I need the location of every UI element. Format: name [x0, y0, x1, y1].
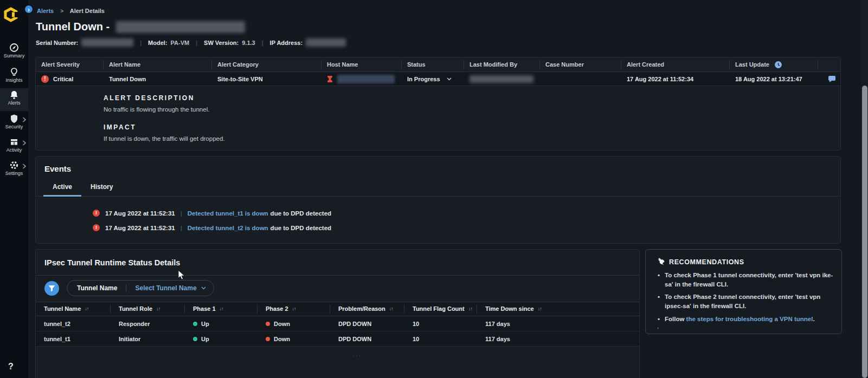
- recommendations-title: RECOMMENDATIONS: [669, 258, 744, 266]
- sidebar-item-label: Activity: [0, 147, 28, 153]
- redacted-host-name: [337, 75, 395, 83]
- filter-button[interactable]: [44, 281, 59, 296]
- tunnel-row[interactable]: tunnel_t2 Responder Up Down DPD DOWN 10 …: [36, 316, 639, 331]
- tunnel-table-header: Tunnel Name↓↑ Tunnel Role↓↑ Phase 1↓↑ Ph…: [36, 302, 639, 316]
- help-button[interactable]: ?: [8, 362, 14, 372]
- redacted-ip-address: [306, 38, 346, 47]
- sidebar: Summary Insights Alerts Security: [0, 0, 28, 378]
- filter-selected-value: Select Tunnel Name: [135, 284, 196, 292]
- tunnel-role-cell: Responder: [111, 321, 185, 327]
- alert-description-text: No traffic is flowing through the tunnel…: [104, 106, 209, 113]
- events-panel: Events Active History ! 17 Aug 2022 at 1…: [35, 156, 841, 244]
- sidebar-item-security[interactable]: Security: [0, 112, 28, 135]
- col-time-down-since[interactable]: Time Down since↓↑: [477, 304, 639, 314]
- col-tunnel-role[interactable]: Tunnel Role↓↑: [111, 304, 185, 314]
- sort-icon[interactable]: ↓↑: [292, 304, 296, 314]
- col-tunnel-name[interactable]: Tunnel Name↓↑: [36, 304, 111, 314]
- sort-icon[interactable]: ↓↑: [85, 304, 88, 314]
- lightbulb-icon: [9, 67, 19, 77]
- critical-icon: !: [41, 75, 49, 83]
- clock-icon[interactable]: [775, 61, 782, 68]
- impact-block: IMPACT If tunnel is down, the traffic wi…: [104, 123, 225, 142]
- breadcrumb-alerts-link[interactable]: Alerts: [37, 8, 54, 14]
- sort-icon[interactable]: ↓↑: [389, 304, 393, 314]
- col-phase-2[interactable]: Phase 2↓↑: [258, 304, 330, 314]
- tab-history[interactable]: History: [81, 180, 122, 196]
- tab-active[interactable]: Active: [43, 180, 81, 196]
- sidebar-item-settings[interactable]: Settings: [0, 159, 28, 181]
- sidebar-item-activity[interactable]: Activity: [0, 135, 28, 158]
- tunnel-row[interactable]: tunnel_t1 Initiator Up Down DPD DOWN 10 …: [36, 331, 639, 347]
- tunnel-filter-row: Tunnel Name Select Tunnel Name: [44, 280, 214, 296]
- event-link[interactable]: Detected tunnel_t1 is down: [188, 210, 268, 217]
- tunnel-role-cell: Initiator: [111, 336, 185, 342]
- sidebar-item-summary[interactable]: Summary: [0, 41, 28, 64]
- col-problem-reason[interactable]: Problem/Reason↓↑: [330, 304, 404, 314]
- col-host-name: Host Name: [322, 60, 402, 69]
- event-separator: |: [181, 225, 182, 231]
- flag-count-cell: 10: [404, 321, 477, 327]
- sort-icon[interactable]: ↓↑: [220, 304, 223, 314]
- event-time: 17 Aug 2022 at 11:52:31: [105, 210, 175, 217]
- event-row: ! 17 Aug 2022 at 11:52:31 | Detected tun…: [93, 224, 331, 231]
- col-status: Status: [402, 60, 464, 69]
- tunnel-name-cell: tunnel_t1: [36, 336, 111, 342]
- event-row: ! 17 Aug 2022 at 11:52:31 | Detected tun…: [93, 210, 331, 217]
- actions-cell: [818, 75, 840, 83]
- events-tabs: Active History: [36, 180, 840, 197]
- troubleshooting-link[interactable]: the steps for troubleshooting a VPN tunn…: [686, 316, 813, 322]
- problem-reason-cell: DPD DOWN: [330, 336, 404, 342]
- breadcrumb: Alerts > Alert Details: [37, 8, 105, 14]
- flag-count-cell: 10: [404, 336, 477, 342]
- shield-icon: [9, 114, 19, 123]
- phase2-value: Down: [274, 321, 290, 327]
- impact-heading: IMPACT: [104, 123, 225, 131]
- recommendations-header: RECOMMENDATIONS: [646, 250, 841, 266]
- chevron-down-icon[interactable]: [447, 77, 452, 81]
- status-cell[interactable]: In Progress: [402, 76, 464, 82]
- alert-description-block: ALERT DESCRIPTION No traffic is flowing …: [104, 94, 209, 113]
- sidebar-item-label: Insights: [0, 77, 28, 83]
- event-text: due to DPD detected: [271, 225, 331, 231]
- chevron-down-icon: [201, 286, 206, 290]
- col-case-number: Case Number: [540, 60, 621, 69]
- serial-number-label: Serial Number:: [36, 40, 78, 46]
- comment-icon[interactable]: [828, 75, 836, 83]
- col-label: Tunnel Role: [119, 304, 152, 314]
- chevron-right-icon: [22, 117, 27, 122]
- alert-row[interactable]: ! Critical Tunnel Down Site-to-Site VPN …: [36, 72, 840, 86]
- recommendation-text: Follow: [665, 316, 686, 322]
- event-link[interactable]: Detected tunnel_t2 is down: [188, 225, 268, 231]
- sidebar-item-insights[interactable]: Insights: [0, 66, 28, 88]
- col-label: Time Down since: [485, 304, 534, 314]
- sidebar-expand-button[interactable]: ›: [24, 4, 34, 14]
- sort-icon[interactable]: ↓↑: [468, 304, 472, 314]
- chevron-right-icon: [22, 164, 27, 169]
- col-last-update-label: Last Update: [735, 60, 769, 69]
- sort-icon[interactable]: ↓↑: [538, 304, 542, 314]
- phase1-cell: Up: [185, 321, 258, 327]
- col-tunnel-flag-count[interactable]: Tunnel Flag Count↓↑: [404, 304, 477, 314]
- sidebar-item-alerts[interactable]: Alerts: [0, 88, 28, 111]
- col-label: Tunnel Flag Count: [413, 304, 465, 314]
- event-time: 17 Aug 2022 at 11:52:31: [105, 225, 175, 231]
- sw-version-label: SW Version:: [204, 40, 239, 46]
- recommendation-text: To check Phase 2 tunnel connectivity, en…: [665, 294, 820, 309]
- host-name-cell: [322, 75, 402, 83]
- alert-details-screen: Summary Insights Alerts Security: [0, 0, 868, 378]
- alert-table-header: Alert Severity Alert Name Alert Category…: [36, 57, 840, 72]
- sidebar-item-label: Settings: [0, 171, 28, 176]
- tunnel-name-select[interactable]: Select Tunnel Name: [135, 284, 205, 292]
- status-value: In Progress: [407, 76, 440, 82]
- page-title-row: Tunnel Down -: [36, 21, 245, 33]
- event-separator: |: [181, 210, 182, 217]
- sidebar-item-label: Summary: [0, 53, 28, 58]
- scrollbar-thumb[interactable]: [862, 86, 867, 378]
- tunnel-name-cell: tunnel_t2: [36, 321, 111, 327]
- prisma-logo-icon: [4, 7, 18, 22]
- sort-icon[interactable]: ↓↑: [156, 304, 160, 314]
- problem-reason-cell: DPD DOWN: [330, 321, 404, 327]
- col-phase-1[interactable]: Phase 1↓↑: [185, 304, 258, 314]
- breadcrumb-separator: >: [60, 8, 63, 14]
- time-down-cell: 117 days: [477, 336, 639, 342]
